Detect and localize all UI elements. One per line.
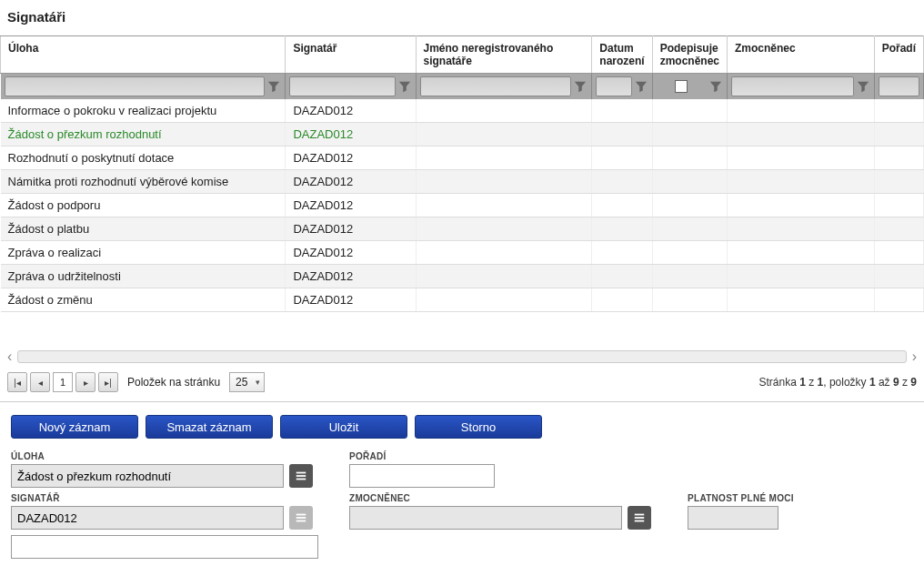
cell-uloha: Zpráva o realizaci	[1, 241, 286, 265]
pager-info: Stránka 1 z 1, položky 1 až 9 z 9	[758, 376, 917, 389]
cell-podep	[652, 265, 727, 288]
signatar-field[interactable]	[11, 506, 284, 530]
svg-rect-1	[296, 475, 306, 477]
cell-podep	[652, 170, 727, 194]
cell-jmeno	[416, 265, 592, 288]
cell-podep	[652, 241, 727, 265]
col-header-poradi[interactable]: Pořadí	[874, 36, 923, 74]
cancel-button[interactable]: Storno	[415, 415, 542, 439]
col-header-uloha[interactable]: Úloha	[1, 36, 286, 74]
platnost-field[interactable]	[688, 506, 778, 530]
filter-icon[interactable]	[397, 79, 412, 94]
cell-jmeno	[416, 123, 592, 147]
svg-rect-5	[296, 520, 306, 522]
panel-title: Signatáři	[0, 0, 924, 35]
svg-rect-7	[635, 517, 645, 519]
filter-input-datum[interactable]	[596, 76, 631, 96]
filter-icon[interactable]	[708, 79, 723, 94]
col-header-podep[interactable]: Podepisuje zmocněnec	[652, 36, 727, 74]
signatar-extra-field[interactable]	[11, 535, 318, 559]
cell-signatar: DAZAD012	[286, 99, 416, 123]
table-row[interactable]: Zpráva o realizaciDAZAD012	[1, 241, 924, 265]
cell-poradi	[874, 241, 923, 265]
cell-signatar: DAZAD012	[286, 194, 416, 217]
svg-rect-4	[296, 517, 306, 519]
cell-signatar: DAZAD012	[286, 241, 416, 265]
cell-zmoc	[727, 123, 874, 147]
cell-signatar: DAZAD012	[286, 288, 416, 312]
filter-icon[interactable]	[573, 79, 588, 94]
filter-input-uloha[interactable]	[5, 76, 266, 96]
cell-poradi	[874, 288, 923, 312]
cell-datum	[592, 217, 652, 241]
col-header-jmeno[interactable]: Jméno neregistrovaného signatáře	[416, 36, 592, 74]
filter-checkbox-podep[interactable]	[675, 80, 688, 93]
table-row[interactable]: Zpráva o udržitelnostiDAZAD012	[1, 265, 924, 288]
cell-poradi	[874, 217, 923, 241]
cell-zmoc	[727, 265, 874, 288]
hscroll-left-button[interactable]	[7, 349, 12, 365]
hscroll-right-button[interactable]	[912, 349, 917, 365]
hscroll-track[interactable]	[17, 350, 906, 363]
poradi-field[interactable]	[349, 464, 495, 488]
cell-jmeno	[416, 170, 592, 194]
cell-poradi	[874, 147, 923, 170]
cell-podep	[652, 217, 727, 241]
cell-zmoc	[727, 194, 874, 217]
pager-first-button[interactable]: |◂	[7, 372, 27, 392]
cell-datum	[592, 194, 652, 217]
table-row[interactable]: Žádost o platbuDAZAD012	[1, 217, 924, 241]
svg-rect-3	[296, 514, 306, 516]
uloha-field[interactable]	[11, 464, 284, 488]
cell-uloha: Rozhodnutí o poskytnutí dotace	[1, 147, 286, 170]
table-row[interactable]: Rozhodnutí o poskytnutí dotaceDAZAD012	[1, 147, 924, 170]
table-row[interactable]: Námitka proti rozhodnutí výběrové komise…	[1, 170, 924, 194]
table-row[interactable]: Žádost o podporuDAZAD012	[1, 194, 924, 217]
col-header-datum[interactable]: Datum narození	[592, 36, 652, 74]
cell-uloha: Informace o pokroku v realizaci projektu	[1, 99, 286, 123]
table-row[interactable]: Žádost o přezkum rozhodnutíDAZAD012	[1, 123, 924, 147]
filter-icon[interactable]	[266, 79, 281, 94]
zmocnenec-field[interactable]	[349, 506, 622, 530]
cell-poradi	[874, 99, 923, 123]
page-size-label: Položek na stránku	[127, 376, 220, 389]
svg-rect-0	[296, 472, 306, 474]
page-size-select[interactable]: 25	[229, 372, 265, 392]
save-button[interactable]: Uložit	[280, 415, 407, 439]
cell-datum	[592, 241, 652, 265]
cell-datum	[592, 147, 652, 170]
table-row[interactable]: Žádost o změnuDAZAD012	[1, 288, 924, 312]
zmocnenec-lookup-button[interactable]	[628, 506, 651, 530]
signatar-lookup-button[interactable]	[289, 506, 313, 530]
uloha-lookup-button[interactable]	[289, 464, 313, 488]
cell-podep	[652, 99, 727, 123]
cell-podep	[652, 123, 727, 147]
pager-prev-button[interactable]: ◂	[30, 372, 50, 392]
cell-poradi	[874, 194, 923, 217]
filter-icon[interactable]	[634, 79, 648, 94]
filter-input-zmoc[interactable]	[731, 76, 854, 96]
filter-input-signatar[interactable]	[289, 76, 395, 96]
new-record-button[interactable]: Nový záznam	[11, 415, 138, 439]
cell-datum	[592, 288, 652, 312]
col-header-zmoc[interactable]: Zmocněnec	[727, 36, 874, 74]
cell-uloha: Žádost o podporu	[1, 194, 286, 217]
cell-zmoc	[727, 288, 874, 312]
filter-icon[interactable]	[856, 79, 870, 94]
uloha-label: ÚLOHA	[11, 451, 313, 461]
cell-uloha: Zpráva o udržitelnosti	[1, 265, 286, 288]
table-row[interactable]: Informace o pokroku v realizaci projektu…	[1, 99, 924, 123]
zmocnenec-label: ZMOCNĚNEC	[349, 493, 651, 503]
svg-rect-2	[296, 479, 306, 480]
filter-input-poradi[interactable]	[879, 76, 919, 96]
filter-input-jmeno[interactable]	[420, 76, 572, 96]
cell-jmeno	[416, 99, 592, 123]
cell-podep	[652, 194, 727, 217]
delete-record-button[interactable]: Smazat záznam	[146, 415, 273, 439]
col-header-signatar[interactable]: Signatář	[286, 36, 416, 74]
pager-current-page[interactable]: 1	[53, 372, 73, 392]
pager-last-button[interactable]: ▸|	[98, 372, 118, 392]
cell-zmoc	[727, 99, 874, 123]
pager-next-button[interactable]: ▸	[75, 372, 95, 392]
cell-uloha: Žádost o platbu	[1, 217, 286, 241]
